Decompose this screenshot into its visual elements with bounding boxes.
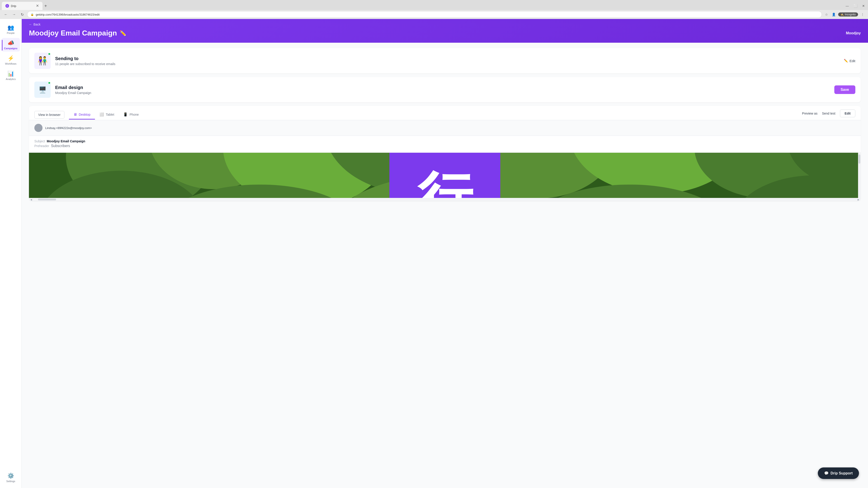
svg-point-0 — [38, 126, 39, 128]
scroll-left-arrow[interactable]: ◀ — [29, 198, 33, 201]
svg-text:行: 行 — [416, 167, 473, 198]
sidebar-item-analytics[interactable]: 📊 Analytics — [2, 69, 20, 82]
email-design-card: 🖥️ Email design Moodjoy Email Campaign S… — [29, 77, 861, 102]
sidebar-item-workflows[interactable]: ⚡ Workflows — [2, 53, 20, 67]
sending-title: Sending to — [55, 56, 839, 61]
support-icon: 💬 — [824, 471, 829, 475]
sidebar-label-analytics: Analytics — [6, 78, 16, 80]
tablet-icon: ⬜ — [99, 112, 104, 117]
scroll-right-arrow[interactable]: ▶ — [856, 198, 861, 201]
sidebar-label-workflows: Workflows — [5, 62, 17, 65]
page-header: ← Back Moodjoy Email Campaign ✏️ Moodjoy — [22, 19, 868, 43]
preview-as-button[interactable]: Preview as — [802, 111, 817, 115]
tab-favicon: D — [5, 4, 9, 8]
design-info: Email design Moodjoy Email Campaign — [55, 85, 830, 95]
menu-button[interactable]: ⋮ — [860, 12, 865, 17]
tab-tablet[interactable]: ⬜ Tablet — [95, 110, 119, 120]
sidebar-label-campaigns: Campaigns — [4, 47, 18, 50]
device-tabs: 🖥 Desktop ⬜ Tablet 📱 Phone — [69, 110, 802, 120]
analytics-icon: 📊 — [7, 70, 14, 77]
content-area: 👫 Sending to 11 people are subscribed to… — [22, 43, 868, 488]
settings-icon: ⚙️ — [7, 473, 14, 479]
sending-subtitle: 11 people are subscribed to receive emai… — [55, 62, 839, 66]
email-header-bar: Lindsay,<89f4222e@moodjoy.com> — [29, 120, 861, 136]
subject-value: Moodjoy Email Campaign — [47, 139, 85, 143]
tab-title: Drip — [11, 4, 16, 8]
view-in-browser-button[interactable]: View in browser — [34, 111, 64, 119]
back-nav-button[interactable]: ← — [3, 11, 9, 18]
bottom-scrollbar[interactable]: ◀ ▶ — [29, 198, 861, 201]
tab-phone[interactable]: 📱 Phone — [119, 110, 143, 120]
phone-icon: 📱 — [123, 112, 128, 117]
minimize-window-button[interactable]: — — [844, 3, 850, 8]
hero-image-svg: 行 — [29, 153, 861, 198]
maximize-window-button[interactable]: ⬜ — [852, 3, 858, 8]
url-text: getdrip.com/7641396/broadcasts/318674615… — [36, 13, 100, 16]
tab-close-button[interactable]: ✕ — [36, 4, 39, 8]
browser-tab[interactable]: D Drip ✕ — [2, 2, 42, 10]
sidebar-item-campaigns[interactable]: 📣 Campaigns — [2, 38, 20, 52]
sending-to-card: 👫 Sending to 11 people are subscribed to… — [29, 48, 861, 73]
title-edit-icon[interactable]: ✏️ — [120, 30, 126, 36]
incognito-badge: 🕵 Incognito — [838, 12, 858, 17]
email-hero-image: 行 — [29, 153, 861, 198]
account-name: Moodjoy — [846, 31, 861, 35]
active-indicator — [2, 40, 2, 51]
scrollbar-thumb — [859, 155, 860, 164]
tab-desktop[interactable]: 🖥 Desktop — [69, 110, 95, 120]
new-tab-button[interactable]: + — [42, 3, 49, 9]
sender-address: Lindsay,<89f4222e@moodjoy.com> — [45, 126, 92, 130]
design-status-dot — [48, 82, 51, 84]
lock-icon: 🔒 — [31, 13, 34, 16]
subject-label: Subject — [34, 139, 45, 143]
design-subtitle: Moodjoy Email Campaign — [55, 91, 830, 95]
design-icon: 🖥️ — [34, 82, 51, 98]
sending-edit-button[interactable]: ✏️ Edit — [844, 59, 855, 63]
desktop-icon: 🖥 — [73, 112, 77, 117]
back-arrow-icon: ← — [29, 23, 32, 26]
profile-button[interactable]: 👤 — [831, 12, 836, 17]
sidebar: 👥 People 📣 Campaigns ⚡ Workflows 📊 Analy… — [0, 19, 22, 488]
people-icon: 👥 — [7, 24, 14, 31]
design-icon-area: 🖥️ — [34, 82, 51, 98]
email-body: 行 — [29, 153, 861, 198]
sending-status-dot — [48, 53, 51, 55]
forward-nav-button[interactable]: → — [11, 11, 17, 18]
campaigns-icon: 📣 — [7, 40, 14, 46]
bottom-scrollbar-thumb — [38, 199, 56, 200]
page-title: Moodjoy Email Campaign ✏️ — [29, 29, 126, 37]
refresh-button[interactable]: ↻ — [19, 11, 25, 18]
drip-support-button[interactable]: 💬 Drip Support — [818, 467, 859, 479]
sending-icon: 👫 — [34, 53, 51, 69]
bookmark-button[interactable]: ☆ — [824, 12, 829, 17]
workflows-icon: ⚡ — [7, 55, 14, 61]
sidebar-item-settings[interactable]: ⚙️ Settings — [2, 471, 20, 484]
edit-email-button[interactable]: Edit — [840, 109, 855, 117]
email-scrollbar[interactable] — [858, 153, 861, 198]
back-button[interactable]: ← Back — [29, 23, 861, 26]
sending-icon-area: 👫 — [34, 53, 51, 69]
preheader-label: Preheader — [34, 144, 49, 148]
sidebar-label-settings: Settings — [6, 480, 16, 483]
main-content: ← Back Moodjoy Email Campaign ✏️ Moodjoy… — [22, 19, 868, 488]
edit-pencil-icon: ✏️ — [844, 59, 848, 63]
preheader-value: Subscribers — [51, 144, 70, 148]
save-button[interactable]: Save — [834, 86, 855, 94]
url-bar[interactable]: 🔒 getdrip.com/7641396/broadcasts/3186746… — [27, 11, 822, 18]
sidebar-label-people: People — [7, 32, 14, 34]
sending-info: Sending to 11 people are subscribed to r… — [55, 56, 839, 66]
email-preview-container: View in browser 🖥 Desktop ⬜ Tablet 📱 — [29, 106, 861, 201]
sidebar-item-people[interactable]: 👥 People — [2, 23, 20, 36]
send-test-button[interactable]: Send test — [822, 111, 835, 115]
sender-avatar — [34, 124, 42, 132]
design-title: Email design — [55, 85, 830, 90]
close-window-button[interactable]: ✕ — [861, 3, 866, 8]
preview-toolbar: View in browser 🖥 Desktop ⬜ Tablet 📱 — [29, 106, 861, 120]
email-meta: Subject Moodjoy Email Campaign Preheader… — [29, 136, 861, 153]
